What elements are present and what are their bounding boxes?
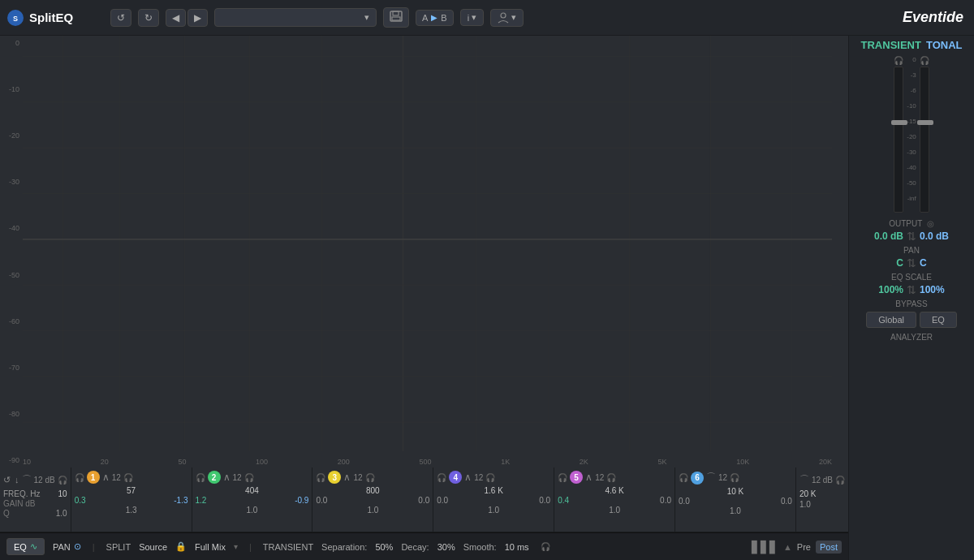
band-2-solo-icon[interactable]: 🎧 [244,473,254,482]
eq-display[interactable]: 0 -10 -20 -30 -40 -50 -60 -70 -80 -90 [0,36,848,467]
right-panel: TRANSIENT TONAL 🎧 0 -3 -6 -10 -15 -20 -3… [848,36,974,560]
band-3-shape-icon[interactable]: ∧ [343,472,351,483]
right-meter-track[interactable] [920,67,929,213]
band-6-shape-icon[interactable]: ⌒ [706,471,716,485]
fullmix-value[interactable]: Full Mix [195,542,226,552]
output-section: OUTPUT ◎ 0.0 dB ⇅ 0.0 dB [852,219,971,243]
x-label-1k: 1K [501,458,510,466]
band-4-solo-icon[interactable]: 🎧 [485,473,495,482]
band-0-q-row: Q 1.0 [3,509,67,518]
band-3-db: 12 [353,473,362,482]
transient-label-right[interactable]: TRANSIENT [861,39,921,51]
pan-divider-icon: ⇅ [907,256,916,269]
band-5-solo-icon[interactable]: 🎧 [606,473,616,482]
left-meter-thumb[interactable] [891,120,907,125]
transient-tonal-labels: TRANSIENT TONAL [852,39,971,51]
output-l-val[interactable]: 0.0 dB [874,230,903,242]
left-meter-icon: 🎧 [894,56,903,65]
band-2-number[interactable]: 2 [208,471,221,484]
band-3: 🎧 3 ∧ 12 🎧 800 0.0 0.0 1.0 [312,467,433,532]
band-4-shape-icon[interactable]: ∧ [464,472,472,483]
band-6-gain-row: 0.0 0.0 [679,497,792,506]
save-button[interactable] [383,7,409,28]
nav-next-button[interactable]: ▶ [187,9,208,27]
band-1: 🎧 1 ∧ 12 🎧 57 0.3 -1.3 1.3 [71,467,192,532]
band-0-shape-icon[interactable]: ⌒ [22,473,32,487]
output-r-val[interactable]: 0.0 dB [920,230,949,242]
smooth-value[interactable]: 10 ms [505,542,529,552]
pre-button[interactable]: Pre [797,542,811,552]
right-meter-thumb[interactable] [917,120,933,125]
pan-l-val[interactable]: C [896,257,903,269]
global-bypass-button[interactable]: Global [866,312,916,328]
output-headphone-icon[interactable]: 🎧 [541,542,550,551]
band-6-db: 12 [718,473,727,482]
band-6-number[interactable]: 6 [691,472,704,485]
band-0-headphone-icon[interactable]: 🎧 [58,476,67,485]
db-inf: -inf [907,195,916,202]
left-meter-track[interactable] [894,67,903,213]
band-4-db: 12 [474,473,483,482]
eq-bypass-button[interactable]: EQ [920,312,957,328]
top-bar: S SplitEQ ↺ ↻ ◀ ▶ ▾ A ▶ B i ▾ ▾ Eventide [0,0,974,36]
center-panel: 0 -10 -20 -30 -40 -50 -60 -70 -80 -90 [0,36,848,560]
post-button[interactable]: Post [816,541,842,554]
y-label-9: -90 [0,456,23,464]
band-5-headphone-icon[interactable]: 🎧 [558,473,567,482]
band-0: ↺ ↓ ⌒ 12 dB 🎧 FREQ. Hz 10 GAIN dB Q 1.0 [0,467,71,532]
band-0-reset-icon[interactable]: ↺ [3,475,11,485]
eq-scale-r-val[interactable]: 100% [920,284,945,295]
fullmix-arrow-icon: ▾ [234,542,238,551]
band-4-q-row: 1.0 [437,506,550,515]
analyzer-bars-icon[interactable]: ▋▋▋ [752,541,778,554]
band-2-headphone-icon[interactable]: 🎧 [196,473,205,482]
band-2-gain-row: 1.2 -0.9 [196,496,309,505]
preset-dropdown[interactable]: ▾ [214,8,377,27]
band-1-headphone-icon[interactable]: 🎧 [75,473,84,482]
band-3-solo-icon[interactable]: 🎧 [365,473,375,482]
svg-rect-4 [392,17,400,20]
tonal-label-right[interactable]: TONAL [926,39,963,51]
band-1-solo-icon[interactable]: 🎧 [123,473,133,482]
band-1-gain-row: 0.3 -1.3 [75,496,188,505]
nav-prev-button[interactable]: ◀ [166,9,186,27]
pan-r-val[interactable]: C [920,257,927,269]
band-6-solo-icon[interactable]: 🎧 [730,473,739,482]
band-4-number[interactable]: 4 [449,471,462,484]
band-7-shape-icon[interactable]: ⌒ [799,473,809,487]
ab-group[interactable]: A ▶ B [416,10,454,26]
pre-post-arrow-up[interactable]: ▲ [783,542,792,552]
band-1-number[interactable]: 1 [87,471,100,484]
band-6-headphone-icon[interactable]: 🎧 [679,473,688,482]
y-label-0: 0 [0,39,23,47]
band-5-shape-icon[interactable]: ∧ [585,472,593,483]
band-4-gain-n: 0.0 [539,496,550,505]
separation-value[interactable]: 50% [375,542,393,552]
band-6-freq-val: 10 K [679,487,792,496]
y-label-4: -40 [0,224,23,232]
band-4-headphone-icon[interactable]: 🎧 [437,473,446,482]
decay-value[interactable]: 30% [437,542,455,552]
band-7-q-val: 1.0 [799,500,811,509]
eq-scale-l-val[interactable]: 100% [878,284,903,295]
pan-section-label: PAN [852,246,971,255]
user-button[interactable]: ▾ [490,9,524,27]
band-3-header: 🎧 3 ∧ 12 🎧 [316,471,429,484]
band-0-down-icon[interactable]: ↓ [15,475,19,485]
band-2-shape-icon[interactable]: ∧ [223,472,231,483]
band-5-gain-row: 0.4 0.0 [558,496,671,505]
band-5-gain-t: 0.4 [558,496,569,505]
redo-button[interactable]: ↻ [138,9,159,27]
band-3-number[interactable]: 3 [328,471,341,484]
band-1-shape-icon[interactable]: ∧ [102,472,110,483]
band-5-number[interactable]: 5 [570,471,583,484]
y-label-3: -30 [0,178,23,186]
band-7-headphone-icon[interactable]: 🎧 [835,476,845,485]
eq-button[interactable]: EQ ∿ [6,538,45,555]
pan-button[interactable]: PAN ⊙ [53,541,81,552]
source-value[interactable]: Source [139,542,167,552]
undo-button[interactable]: ↺ [110,9,131,27]
info-button[interactable]: i ▾ [460,9,484,26]
bypass-section: BYPASS Global EQ [852,299,971,328]
band-3-headphone-icon[interactable]: 🎧 [316,473,325,482]
